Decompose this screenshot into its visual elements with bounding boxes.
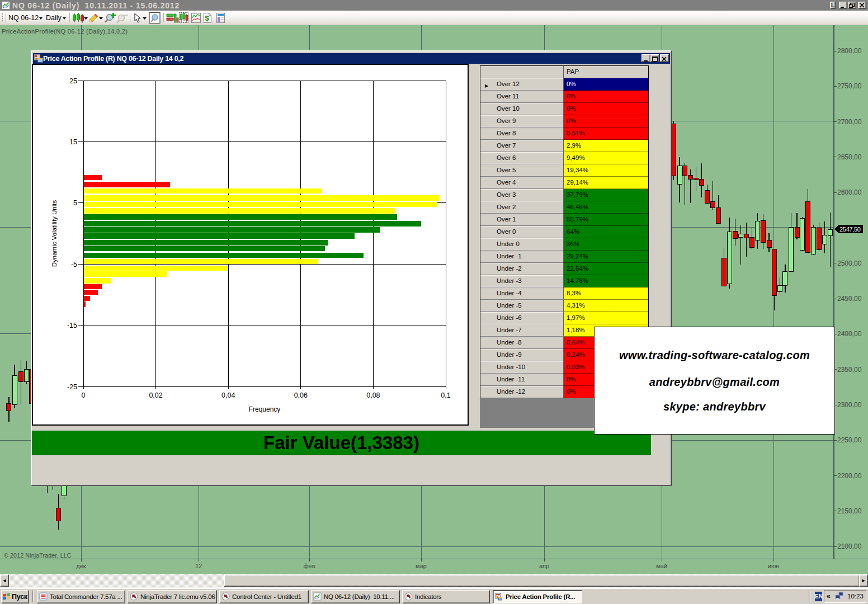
svg-text:2800,00: 2800,00 <box>837 47 862 55</box>
svg-text:12: 12 <box>195 563 202 569</box>
svg-text:июн: июн <box>768 563 779 569</box>
svg-text:2350,00: 2350,00 <box>837 366 862 374</box>
svg-text:5: 5 <box>73 199 77 207</box>
svg-text:-25: -25 <box>67 383 77 391</box>
svg-text:0: 0 <box>82 391 86 399</box>
svg-text:2300,00: 2300,00 <box>837 401 862 409</box>
svg-text:апр: апр <box>539 563 549 569</box>
svg-text:мар: мар <box>416 563 427 569</box>
svg-text:дек: дек <box>76 563 86 569</box>
svg-text:0,02: 0,02 <box>149 391 162 399</box>
svg-text:май: май <box>656 563 667 569</box>
svg-text:2700,00: 2700,00 <box>837 118 862 126</box>
svg-text:Dynamic Volatility Units: Dynamic Volatility Units <box>51 200 58 267</box>
svg-text:PriceActionProfile(NQ 06-12 (D: PriceActionProfile(NQ 06-12 (Daily),14,0… <box>2 28 128 35</box>
svg-text:2450,00: 2450,00 <box>837 295 862 303</box>
svg-text:2500,00: 2500,00 <box>837 259 862 267</box>
svg-text:2650,00: 2650,00 <box>837 153 862 161</box>
svg-text:2600,00: 2600,00 <box>837 188 862 196</box>
svg-text:15: 15 <box>69 138 77 146</box>
svg-text:0,1: 0,1 <box>441 391 450 399</box>
svg-text:2250,00: 2250,00 <box>837 436 862 444</box>
svg-text:$: $ <box>205 14 210 22</box>
svg-text:25: 25 <box>69 77 77 85</box>
svg-text:© 2012 NinjaTrader, LLC: © 2012 NinjaTrader, LLC <box>4 552 72 559</box>
svg-text:2200,00: 2200,00 <box>837 472 862 480</box>
svg-text:2750,00: 2750,00 <box>837 82 862 90</box>
svg-text:Frequency: Frequency <box>249 405 281 413</box>
svg-text:2150,00: 2150,00 <box>837 507 862 515</box>
svg-text:фев: фев <box>303 563 315 569</box>
svg-text:0,06: 0,06 <box>294 391 308 399</box>
svg-text:2400,00: 2400,00 <box>837 330 862 338</box>
svg-text:0,04: 0,04 <box>221 391 235 399</box>
svg-text:2547,50: 2547,50 <box>839 226 861 233</box>
svg-text:-15: -15 <box>67 322 77 329</box>
svg-text:2100,00: 2100,00 <box>837 542 862 550</box>
svg-text:-5: -5 <box>71 261 77 268</box>
svg-text:0,08: 0,08 <box>366 391 380 399</box>
